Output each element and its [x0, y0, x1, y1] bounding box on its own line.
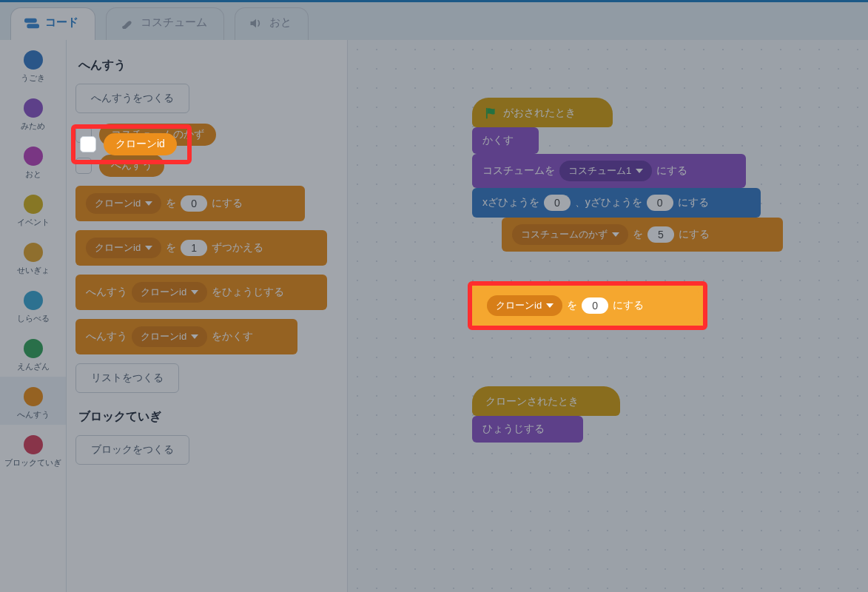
tab-code-label: コード	[45, 16, 78, 30]
costume-dropdown[interactable]: コスチューム1	[559, 161, 652, 181]
tab-sounds-label: おと	[269, 16, 292, 30]
svg-rect-0	[24, 18, 37, 22]
category-dot	[24, 435, 43, 454]
category-list: うごきみためおとイベントせいぎょしらべるえんざんへんすうブロックていぎ	[0, 40, 67, 592]
editor-tabs: コード コスチューム おと	[10, 7, 309, 40]
block-when-cloned[interactable]: クローンされたとき	[472, 386, 620, 416]
category-せいぎょ[interactable]: せいぎょ	[0, 232, 66, 280]
palette-heading-myblocks: ブロックていぎ	[78, 409, 338, 425]
block-set-costume-var[interactable]: コスチュームのかず を 5 にする	[502, 218, 783, 252]
category-しらべる[interactable]: しらべる	[0, 280, 66, 329]
code-icon	[24, 18, 39, 28]
make-variable-button[interactable]: へんすうをつくる	[75, 84, 189, 113]
svg-rect-1	[27, 24, 39, 28]
category-dot	[24, 98, 43, 118]
block-change-variable[interactable]: クローンid を 1 ずつかえる	[75, 230, 327, 266]
category-label: みため	[0, 121, 66, 132]
category-label: イベント	[0, 217, 66, 228]
make-block-button[interactable]: ブロックをつくる	[75, 435, 189, 465]
category-へんすう[interactable]: へんすう	[0, 377, 66, 425]
value-input[interactable]: 0	[181, 195, 207, 212]
category-dot	[24, 195, 43, 214]
variable-dropdown[interactable]: コスチュームのかず	[512, 224, 628, 245]
value-input[interactable]: 0	[582, 297, 608, 314]
category-dot	[24, 147, 43, 166]
block-show[interactable]: ひょうじする	[472, 416, 583, 443]
variable-dropdown[interactable]: クローンid	[86, 193, 161, 214]
variable-dropdown[interactable]: クローンid	[132, 326, 207, 347]
category-label: うごき	[0, 73, 66, 84]
category-えんざん[interactable]: えんざん	[0, 329, 66, 377]
flag-icon	[485, 107, 499, 119]
variable-dropdown[interactable]: クローンid	[487, 295, 562, 316]
category-label: おと	[0, 169, 66, 180]
tab-costumes[interactable]: コスチューム	[106, 7, 224, 40]
y-input[interactable]: 0	[647, 195, 673, 211]
category-ブロックていぎ[interactable]: ブロックていぎ	[0, 425, 66, 473]
tab-sounds[interactable]: おと	[235, 7, 309, 40]
block-show-variable[interactable]: へんすう クローンid をひょうじする	[75, 275, 327, 310]
category-dot	[24, 339, 43, 358]
category-label: へんすう	[0, 409, 66, 420]
block-palette: へんすう へんすうをつくる コスチュームのかず へんすう クローンid を 0 …	[67, 40, 348, 592]
block-switch-costume[interactable]: コスチュームを コスチューム1 にする	[472, 154, 746, 188]
category-dot	[24, 387, 43, 406]
var-checkbox[interactable]	[80, 136, 96, 152]
tab-code[interactable]: コード	[10, 7, 95, 40]
block-set-variable[interactable]: クローンid を 0 にする	[75, 186, 305, 221]
tab-costumes-label: コスチューム	[141, 16, 207, 30]
category-うごき[interactable]: うごき	[0, 40, 66, 88]
palette-heading-variables: へんすう	[78, 58, 338, 73]
category-みため[interactable]: みため	[0, 88, 66, 136]
highlight-clone-var-palette: クローンid	[71, 124, 192, 164]
category-label: ブロックていぎ	[0, 457, 66, 468]
category-label: えんざん	[0, 361, 66, 372]
category-おと[interactable]: おと	[0, 136, 66, 184]
block-set-xy[interactable]: xざひょうを 0 、yざひょうを 0 にする	[472, 188, 761, 218]
category-dot	[24, 50, 43, 70]
value-input[interactable]: 1	[181, 240, 207, 256]
category-イベント[interactable]: イベント	[0, 184, 66, 232]
block-hide-variable[interactable]: へんすう クローンid をかくす	[75, 319, 297, 354]
block-when-flag-clicked[interactable]: がおされたとき	[472, 98, 613, 127]
variable-dropdown[interactable]: クローンid	[86, 238, 161, 258]
block-hide[interactable]: かくす	[472, 127, 539, 154]
x-input[interactable]: 0	[544, 195, 571, 211]
variable-reporter-clone[interactable]: クローンid	[104, 133, 177, 155]
category-dot	[24, 291, 43, 310]
category-label: せいぎょ	[0, 265, 66, 276]
block-set-clone-var[interactable]: クローンid を 0 にする	[477, 289, 699, 323]
category-dot	[24, 243, 43, 262]
brush-icon	[120, 18, 135, 28]
value-input[interactable]: 5	[647, 226, 674, 243]
variable-dropdown[interactable]: クローンid	[132, 282, 207, 303]
make-list-button[interactable]: リストをつくる	[75, 363, 179, 393]
sound-icon	[249, 18, 263, 28]
category-label: しらべる	[0, 313, 66, 324]
